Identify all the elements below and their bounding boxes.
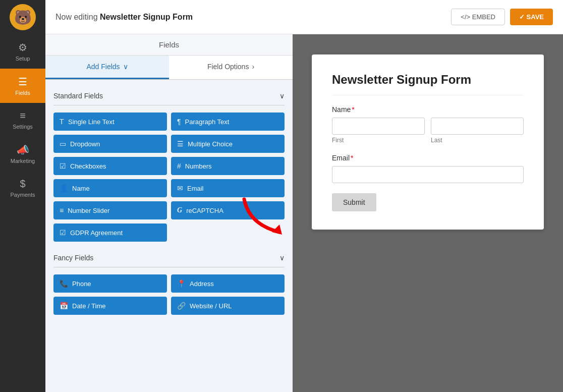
- fancy-fields-grid: 📞 Phone 📍 Address 📅 Date / Time 🔗 Websit…: [53, 274, 285, 315]
- website-url-label: Website / URL: [190, 302, 232, 310]
- fields-scroll: Standard Fields ∨ 𝖳 Single Line Text ¶ P…: [45, 80, 293, 392]
- fields-panel: Fields Add Fields ∨ Field Options › Stan…: [45, 34, 293, 392]
- tab-add-fields-label: Add Fields: [86, 63, 120, 71]
- fancy-fields-section-header[interactable]: Fancy Fields ∨: [53, 250, 285, 267]
- topbar-title: Now editing Newsletter Signup Form: [55, 13, 193, 22]
- field-btn-name[interactable]: 👤 Name: [53, 179, 167, 197]
- last-sub-label: Last: [431, 137, 524, 144]
- email-input[interactable]: [332, 166, 524, 183]
- field-btn-single-line-text[interactable]: 𝖳 Single Line Text: [53, 113, 167, 131]
- topbar: Now editing Newsletter Signup Form </> E…: [45, 0, 563, 34]
- field-btn-website-url[interactable]: 🔗 Website / URL: [171, 297, 285, 315]
- recaptcha-label: reCAPTCHA: [186, 207, 223, 214]
- app-logo: 🐻: [0, 0, 45, 34]
- gdpr-icon: ☑: [60, 229, 66, 237]
- field-btn-address[interactable]: 📍 Address: [171, 274, 285, 293]
- standard-fields-chevron: ∨: [279, 92, 285, 100]
- form-field-email: Email*: [332, 154, 524, 183]
- setup-icon: ⚙: [18, 41, 27, 53]
- fancy-fields-label: Fancy Fields: [53, 254, 93, 262]
- form-field-name: Name* First Last: [332, 105, 524, 144]
- multiple-choice-icon: ☰: [177, 140, 184, 148]
- main-content: Now editing Newsletter Signup Form </> E…: [45, 0, 563, 392]
- field-btn-recaptcha[interactable]: G reCAPTCHA: [171, 201, 285, 219]
- sidebar-item-marketing[interactable]: 📣 Marketing: [0, 137, 45, 171]
- website-url-icon: 🔗: [177, 302, 186, 310]
- svg-marker-0: [272, 225, 282, 235]
- form-preview-area: Newsletter Signup Form Name* First Last: [293, 34, 563, 392]
- marketing-icon: 📣: [17, 144, 29, 156]
- embed-button[interactable]: </> EMBED: [451, 9, 505, 25]
- submit-button[interactable]: Submit: [332, 193, 376, 211]
- single-line-text-label: Single Line Text: [68, 118, 115, 126]
- email-required-star: *: [351, 154, 353, 162]
- address-label: Address: [190, 280, 214, 288]
- field-btn-date-time[interactable]: 📅 Date / Time: [53, 297, 167, 315]
- standard-fields-section-header[interactable]: Standard Fields ∨: [53, 88, 285, 105]
- editing-prefix: Now editing: [55, 13, 98, 21]
- tab-field-options-label: Field Options: [207, 63, 249, 71]
- tab-field-options-chevron: ›: [252, 63, 254, 71]
- numbers-icon: #: [177, 162, 181, 170]
- sidebar-item-setup[interactable]: ⚙ Setup: [0, 34, 45, 69]
- field-btn-gdpr[interactable]: ☑ GDPR Agreement: [53, 223, 167, 242]
- name-icon: 👤: [60, 184, 68, 192]
- dropdown-icon: ▭: [60, 140, 66, 148]
- name-sub-labels: First Last: [332, 137, 524, 144]
- field-btn-checkboxes[interactable]: ☑ Checkboxes: [53, 157, 167, 175]
- gdpr-label: GDPR Agreement: [70, 229, 123, 237]
- name-last-input[interactable]: [431, 118, 524, 135]
- sidebar-item-payments[interactable]: $ Payments: [0, 171, 45, 205]
- tab-field-options[interactable]: Field Options ›: [169, 55, 293, 79]
- multiple-choice-label: Multiple Choice: [188, 140, 233, 148]
- first-sub-label: First: [332, 137, 425, 144]
- sidebar-label-marketing: Marketing: [11, 158, 35, 164]
- fields-panel-header: Fields: [45, 34, 293, 55]
- fields-icon: ☰: [18, 76, 27, 88]
- date-time-label: Date / Time: [72, 302, 105, 310]
- date-time-icon: 📅: [60, 302, 68, 310]
- name-inputs: [332, 118, 524, 135]
- tab-add-fields[interactable]: Add Fields ∨: [45, 55, 169, 79]
- name-first-input[interactable]: [332, 118, 425, 135]
- sidebar-label-setup: Setup: [16, 55, 30, 62]
- fancy-fields-divider: [53, 267, 285, 267]
- field-btn-phone[interactable]: 📞 Phone: [53, 274, 167, 293]
- dropdown-label: Dropdown: [70, 140, 100, 148]
- field-btn-email[interactable]: ✉ Email: [171, 179, 285, 197]
- number-slider-icon: ≡: [60, 206, 64, 214]
- field-btn-number-slider[interactable]: ≡ Number Slider: [53, 201, 167, 219]
- name-label: Name: [72, 185, 90, 192]
- bear-icon: 🐻: [10, 4, 36, 30]
- single-line-text-icon: 𝖳: [60, 118, 64, 126]
- settings-icon: ≡: [20, 110, 26, 122]
- sidebar-item-fields[interactable]: ☰ Fields: [0, 69, 45, 103]
- content-area: Fields Add Fields ∨ Field Options › Stan…: [45, 34, 563, 392]
- email-icon: ✉: [177, 184, 183, 192]
- standard-fields-divider: [53, 105, 285, 105]
- standard-fields-label: Standard Fields: [53, 92, 103, 100]
- field-btn-dropdown[interactable]: ▭ Dropdown: [53, 135, 167, 153]
- email-field-label: Email*: [332, 154, 524, 162]
- standard-fields-grid: 𝖳 Single Line Text ¶ Paragraph Text ▭ Dr…: [53, 113, 285, 242]
- form-preview-title: Newsletter Signup Form: [332, 73, 524, 95]
- numbers-label: Numbers: [185, 162, 212, 170]
- field-btn-paragraph-text[interactable]: ¶ Paragraph Text: [171, 113, 285, 131]
- field-btn-numbers[interactable]: # Numbers: [171, 157, 285, 175]
- tab-add-fields-chevron: ∨: [123, 63, 128, 71]
- checkboxes-label: Checkboxes: [70, 162, 106, 170]
- form-name: Newsletter Signup Form: [100, 13, 193, 21]
- paragraph-text-label: Paragraph Text: [185, 118, 230, 126]
- topbar-actions: </> EMBED ✓ SAVE: [451, 9, 553, 25]
- number-slider-label: Number Slider: [68, 207, 109, 214]
- sidebar-item-settings[interactable]: ≡ Settings: [0, 103, 45, 137]
- sidebar-label-payments: Payments: [11, 192, 35, 198]
- paragraph-text-icon: ¶: [177, 118, 181, 126]
- phone-label: Phone: [72, 280, 91, 288]
- save-button[interactable]: ✓ SAVE: [510, 9, 553, 25]
- form-card: Newsletter Signup Form Name* First Last: [312, 54, 544, 230]
- payments-icon: $: [20, 178, 25, 190]
- checkboxes-icon: ☑: [60, 162, 66, 170]
- email-label: Email: [187, 185, 204, 192]
- field-btn-multiple-choice[interactable]: ☰ Multiple Choice: [171, 135, 285, 153]
